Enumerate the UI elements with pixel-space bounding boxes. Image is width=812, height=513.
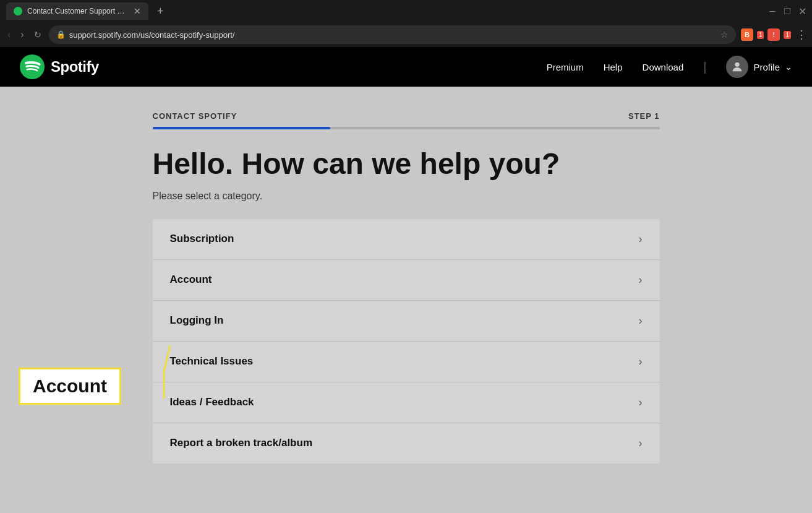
progress-section: CONTACT SPOTIFY STEP 1 <box>153 111 660 129</box>
category-label-technical-issues: Technical Issues <box>170 355 254 368</box>
tab-bar: Contact Customer Support - Spoti ✕ + <box>6 2 168 20</box>
title-bar: Contact Customer Support - Spoti ✕ + – □… <box>0 0 812 22</box>
chevron-right-icon-subscription: › <box>639 233 643 246</box>
main-content: CONTACT SPOTIFY STEP 1 Hello. How can we… <box>0 87 812 513</box>
profile-avatar <box>726 56 748 78</box>
browser-extensions: B 1 ! 1 <box>741 28 791 41</box>
chevron-right-icon-ideas-feedback: › <box>639 396 643 409</box>
forward-button[interactable]: › <box>18 27 26 43</box>
tab-title: Contact Customer Support - Spoti <box>27 7 126 15</box>
tab-close-button[interactable]: ✕ <box>134 6 141 16</box>
nav-link-help[interactable]: Help <box>604 62 623 72</box>
spotify-logo-icon <box>20 54 45 79</box>
category-item-logging-in[interactable]: Logging In › <box>153 301 660 342</box>
browser-menu-button[interactable]: ⋮ <box>796 28 807 41</box>
active-tab[interactable]: Contact Customer Support - Spoti ✕ <box>6 2 148 20</box>
spotify-logo-text: Spotify <box>51 58 99 75</box>
category-item-technical-issues[interactable]: Technical Issues › <box>153 342 660 382</box>
category-label-logging-in: Logging In <box>170 314 224 327</box>
nav-divider: | <box>703 60 706 74</box>
nav-link-download[interactable]: Download <box>643 62 684 72</box>
address-bar-row: ‹ › ↻ 🔒 support.spotify.com/us/contact-s… <box>0 22 812 47</box>
chevron-right-icon-logging-in: › <box>639 314 643 327</box>
profile-avatar-icon <box>730 60 744 74</box>
category-item-subscription[interactable]: Subscription › <box>153 219 660 260</box>
chevron-right-icon-technical-issues: › <box>639 355 643 368</box>
progress-header: CONTACT SPOTIFY STEP 1 <box>153 111 660 121</box>
alert-badge: 1 <box>784 31 791 39</box>
content-wrapper: CONTACT SPOTIFY STEP 1 Hello. How can we… <box>153 87 660 513</box>
browser-chrome: Contact Customer Support - Spoti ✕ + – □… <box>0 0 812 47</box>
spotify-logo[interactable]: Spotify <box>20 54 99 79</box>
category-list: Subscription › Account › Logging In › Te… <box>153 219 660 463</box>
alert-extension-icon[interactable]: ! <box>767 28 780 41</box>
nav-link-premium[interactable]: Premium <box>547 62 584 72</box>
page-subtext: Please select a category. <box>153 191 660 202</box>
back-button[interactable]: ‹ <box>5 27 13 43</box>
nav-links: Premium Help Download | Profile ⌄ <box>547 56 792 78</box>
contact-label: CONTACT SPOTIFY <box>153 111 237 121</box>
category-label-ideas-feedback: Ideas / Feedback <box>170 396 254 408</box>
category-item-account[interactable]: Account › <box>153 260 660 301</box>
tab-favicon <box>14 7 22 15</box>
category-item-report-broken[interactable]: Report a broken track/album › <box>153 423 660 463</box>
notification-badge: 1 <box>757 31 764 39</box>
reload-button[interactable]: ↻ <box>32 27 44 42</box>
spotify-navbar: Spotify Premium Help Download | Profile … <box>0 47 812 87</box>
nav-profile[interactable]: Profile ⌄ <box>726 56 792 78</box>
profile-chevron-icon: ⌄ <box>785 62 792 72</box>
category-label-report-broken: Report a broken track/album <box>170 437 313 449</box>
bookmark-icon: ☆ <box>720 30 729 40</box>
progress-bar-fill <box>153 127 330 129</box>
maximize-button[interactable]: □ <box>784 7 791 15</box>
chevron-right-icon-account: › <box>639 274 643 287</box>
new-tab-button[interactable]: + <box>153 4 168 19</box>
window-controls: – □ ✕ <box>769 7 806 15</box>
address-bar[interactable]: 🔒 support.spotify.com/us/contact-spotify… <box>49 25 736 44</box>
category-label-subscription: Subscription <box>170 233 234 245</box>
close-button[interactable]: ✕ <box>798 7 806 15</box>
chevron-right-icon-report-broken: › <box>639 437 643 450</box>
page-heading: Hello. How can we help you? <box>153 148 660 181</box>
brave-extension-icon[interactable]: B <box>741 28 753 41</box>
minimize-button[interactable]: – <box>769 7 776 15</box>
category-label-account: Account <box>170 274 212 286</box>
svg-point-1 <box>735 63 740 67</box>
progress-bar-track <box>153 127 660 129</box>
url-text: support.spotify.com/us/contact-spotify-s… <box>69 30 717 40</box>
profile-name: Profile <box>753 62 780 72</box>
category-item-ideas-feedback[interactable]: Ideas / Feedback › <box>153 382 660 423</box>
step-label: STEP 1 <box>628 111 660 121</box>
lock-icon: 🔒 <box>56 30 66 39</box>
